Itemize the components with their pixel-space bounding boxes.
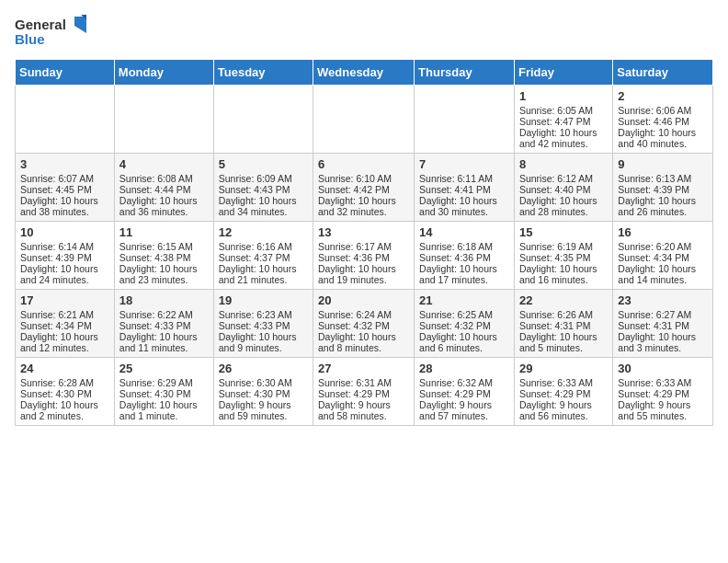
day-info: Sunset: 4:31 PM <box>618 320 708 331</box>
calendar-cell: 30Sunrise: 6:33 AMSunset: 4:29 PMDayligh… <box>613 358 713 426</box>
day-number: 8 <box>519 157 608 171</box>
calendar-cell: 24Sunrise: 6:28 AMSunset: 4:30 PMDayligh… <box>16 358 115 426</box>
day-number: 18 <box>119 293 209 307</box>
day-info: Sunrise: 6:24 AM <box>318 309 409 320</box>
calendar-cell: 10Sunrise: 6:14 AMSunset: 4:39 PMDayligh… <box>16 222 115 290</box>
day-info: Sunrise: 6:19 AM <box>519 241 608 252</box>
day-info: Sunrise: 6:05 AM <box>519 105 608 116</box>
calendar-cell: 26Sunrise: 6:30 AMSunset: 4:30 PMDayligh… <box>213 358 313 426</box>
day-info: Daylight: 10 hours and 1 minute. <box>119 399 209 421</box>
day-info: Sunrise: 6:12 AM <box>519 173 608 184</box>
day-info: Sunrise: 6:26 AM <box>519 309 608 320</box>
calendar-cell: 13Sunrise: 6:17 AMSunset: 4:36 PMDayligh… <box>313 222 415 290</box>
day-number: 25 <box>119 362 209 375</box>
day-info: Daylight: 10 hours and 21 minutes. <box>219 263 308 285</box>
week-row-4: 17Sunrise: 6:21 AMSunset: 4:34 PMDayligh… <box>16 290 713 358</box>
day-info: Sunrise: 6:08 AM <box>119 173 209 184</box>
day-info: Daylight: 10 hours and 3 minutes. <box>618 331 708 353</box>
calendar-cell: 28Sunrise: 6:32 AMSunset: 4:29 PMDayligh… <box>415 358 515 426</box>
day-info: Sunset: 4:47 PM <box>519 116 608 127</box>
calendar-cell: 11Sunrise: 6:15 AMSunset: 4:38 PMDayligh… <box>114 222 213 290</box>
day-info: Sunrise: 6:06 AM <box>618 105 708 116</box>
calendar-cell: 19Sunrise: 6:23 AMSunset: 4:33 PMDayligh… <box>213 290 313 358</box>
day-info: Daylight: 9 hours and 55 minutes. <box>618 399 708 421</box>
calendar-cell: 2Sunrise: 6:06 AMSunset: 4:46 PMDaylight… <box>613 86 713 154</box>
day-info: Sunrise: 6:27 AM <box>618 309 708 320</box>
day-info: Sunset: 4:41 PM <box>419 184 509 195</box>
calendar-cell <box>313 86 415 154</box>
day-number: 24 <box>20 362 109 375</box>
day-info: Sunrise: 6:29 AM <box>119 377 209 388</box>
day-info: Sunrise: 6:10 AM <box>318 173 409 184</box>
day-info: Daylight: 10 hours and 38 minutes. <box>20 195 109 217</box>
day-info: Sunrise: 6:23 AM <box>219 309 308 320</box>
day-info: Daylight: 10 hours and 14 minutes. <box>618 263 708 285</box>
day-info: Daylight: 10 hours and 40 minutes. <box>618 127 708 149</box>
day-info: Sunrise: 6:14 AM <box>20 241 109 252</box>
day-info: Sunrise: 6:07 AM <box>20 173 109 184</box>
day-info: Sunset: 4:39 PM <box>20 252 109 263</box>
day-info: Sunrise: 6:32 AM <box>419 377 509 388</box>
day-info: Daylight: 10 hours and 6 minutes. <box>419 331 509 353</box>
svg-text:Blue: Blue <box>15 31 45 47</box>
day-info: Daylight: 10 hours and 28 minutes. <box>519 195 608 217</box>
day-info: Sunset: 4:31 PM <box>519 320 608 331</box>
week-row-2: 3Sunrise: 6:07 AMSunset: 4:45 PMDaylight… <box>16 154 713 222</box>
day-info: Sunrise: 6:31 AM <box>318 377 409 388</box>
day-info: Daylight: 10 hours and 42 minutes. <box>519 127 608 149</box>
day-info: Sunset: 4:36 PM <box>318 252 409 263</box>
day-number: 19 <box>219 293 308 307</box>
week-row-1: 1Sunrise: 6:05 AMSunset: 4:47 PMDaylight… <box>16 86 713 154</box>
day-number: 30 <box>618 362 708 375</box>
day-info: Daylight: 10 hours and 9 minutes. <box>219 331 308 353</box>
day-info: Sunset: 4:29 PM <box>419 388 509 399</box>
weekday-header-saturday: Saturday <box>613 60 713 86</box>
calendar-cell: 29Sunrise: 6:33 AMSunset: 4:29 PMDayligh… <box>514 358 612 426</box>
day-number: 13 <box>318 225 409 239</box>
calendar-cell: 9Sunrise: 6:13 AMSunset: 4:39 PMDaylight… <box>613 154 713 222</box>
page-header: GeneralBlue <box>15 15 713 48</box>
day-number: 9 <box>618 157 708 171</box>
day-info: Sunset: 4:30 PM <box>20 388 109 399</box>
calendar-cell: 6Sunrise: 6:10 AMSunset: 4:42 PMDaylight… <box>313 154 415 222</box>
calendar-cell: 8Sunrise: 6:12 AMSunset: 4:40 PMDaylight… <box>514 154 612 222</box>
day-number: 14 <box>419 225 509 239</box>
day-number: 4 <box>119 157 209 171</box>
day-info: Sunrise: 6:20 AM <box>618 241 708 252</box>
day-info: Sunset: 4:37 PM <box>219 252 308 263</box>
day-info: Daylight: 9 hours and 56 minutes. <box>519 399 608 421</box>
day-info: Sunrise: 6:22 AM <box>119 309 209 320</box>
day-info: Sunrise: 6:18 AM <box>419 241 509 252</box>
calendar-cell <box>114 86 213 154</box>
day-info: Sunset: 4:44 PM <box>119 184 209 195</box>
day-info: Daylight: 10 hours and 8 minutes. <box>318 331 409 353</box>
day-info: Sunset: 4:32 PM <box>419 320 509 331</box>
weekday-header-wednesday: Wednesday <box>313 60 415 86</box>
day-info: Sunset: 4:29 PM <box>519 388 608 399</box>
logo: GeneralBlue <box>15 15 88 48</box>
day-number: 5 <box>219 157 308 171</box>
day-number: 11 <box>119 225 209 239</box>
day-info: Sunrise: 6:15 AM <box>119 241 209 252</box>
calendar-cell: 14Sunrise: 6:18 AMSunset: 4:36 PMDayligh… <box>415 222 515 290</box>
day-info: Daylight: 10 hours and 19 minutes. <box>318 263 409 285</box>
weekday-header-row: SundayMondayTuesdayWednesdayThursdayFrid… <box>16 60 713 86</box>
weekday-header-monday: Monday <box>114 60 213 86</box>
calendar-cell: 5Sunrise: 6:09 AMSunset: 4:43 PMDaylight… <box>213 154 313 222</box>
calendar-cell: 23Sunrise: 6:27 AMSunset: 4:31 PMDayligh… <box>613 290 713 358</box>
calendar-cell <box>415 86 515 154</box>
weekday-header-sunday: Sunday <box>16 60 115 86</box>
day-info: Daylight: 10 hours and 24 minutes. <box>20 263 109 285</box>
day-info: Sunrise: 6:17 AM <box>318 241 409 252</box>
day-info: Sunrise: 6:11 AM <box>419 173 509 184</box>
day-number: 22 <box>519 293 608 307</box>
svg-text:General: General <box>15 17 66 32</box>
day-number: 10 <box>20 225 109 239</box>
day-info: Sunset: 4:30 PM <box>219 388 308 399</box>
calendar-cell: 4Sunrise: 6:08 AMSunset: 4:44 PMDaylight… <box>114 154 213 222</box>
day-number: 27 <box>318 362 409 375</box>
day-info: Daylight: 10 hours and 30 minutes. <box>419 195 509 217</box>
calendar-cell: 12Sunrise: 6:16 AMSunset: 4:37 PMDayligh… <box>213 222 313 290</box>
calendar-cell: 25Sunrise: 6:29 AMSunset: 4:30 PMDayligh… <box>114 358 213 426</box>
day-info: Sunset: 4:29 PM <box>618 388 708 399</box>
